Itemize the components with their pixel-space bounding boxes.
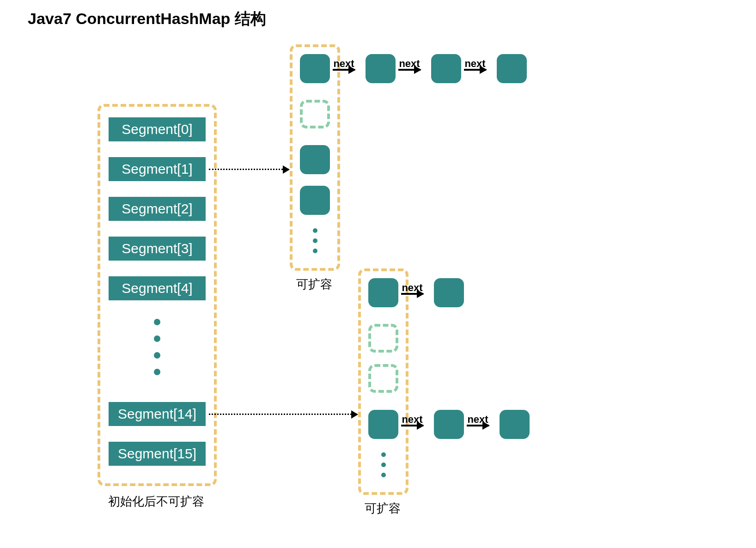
segment-2: Segment[2]	[109, 197, 206, 221]
segment-4: Segment[4]	[109, 276, 206, 300]
next-arrow: next	[464, 58, 486, 71]
segment-15: Segment[15]	[109, 442, 206, 466]
list-node	[434, 410, 464, 439]
bucket-node	[300, 54, 330, 83]
diagram-title: Java7 ConcurrentHashMap 结构	[28, 8, 266, 30]
bucket-empty-node	[368, 364, 398, 393]
segment-14: Segment[14]	[109, 402, 206, 426]
segment-ellipsis	[154, 319, 160, 375]
bucket-caption-lower: 可扩容	[365, 500, 401, 517]
bucket-node	[368, 410, 398, 439]
bucket-node	[300, 186, 330, 215]
list-node	[366, 54, 396, 83]
next-arrow: next	[401, 414, 423, 426]
list-node	[431, 54, 461, 83]
next-arrow: next	[401, 282, 423, 295]
list-node	[434, 278, 464, 307]
bucket-empty-node	[368, 324, 398, 353]
next-arrow: next	[333, 58, 355, 71]
bucket-empty-node	[300, 100, 330, 128]
segment-array-caption: 初始化后不可扩容	[108, 493, 204, 510]
pointer-arrow	[209, 414, 357, 415]
segment-1: Segment[1]	[109, 157, 206, 181]
next-arrow: next	[398, 58, 421, 71]
bucket-node	[300, 145, 330, 174]
bucket-ellipsis	[313, 228, 317, 253]
segment-0: Segment[0]	[109, 117, 206, 141]
bucket-node	[368, 278, 398, 307]
list-node	[497, 54, 527, 83]
next-arrow: next	[467, 414, 489, 426]
bucket-caption-upper: 可扩容	[296, 276, 332, 292]
pointer-arrow	[209, 169, 289, 170]
list-node	[500, 410, 530, 439]
segment-3: Segment[3]	[109, 237, 206, 261]
bucket-ellipsis	[381, 452, 386, 477]
